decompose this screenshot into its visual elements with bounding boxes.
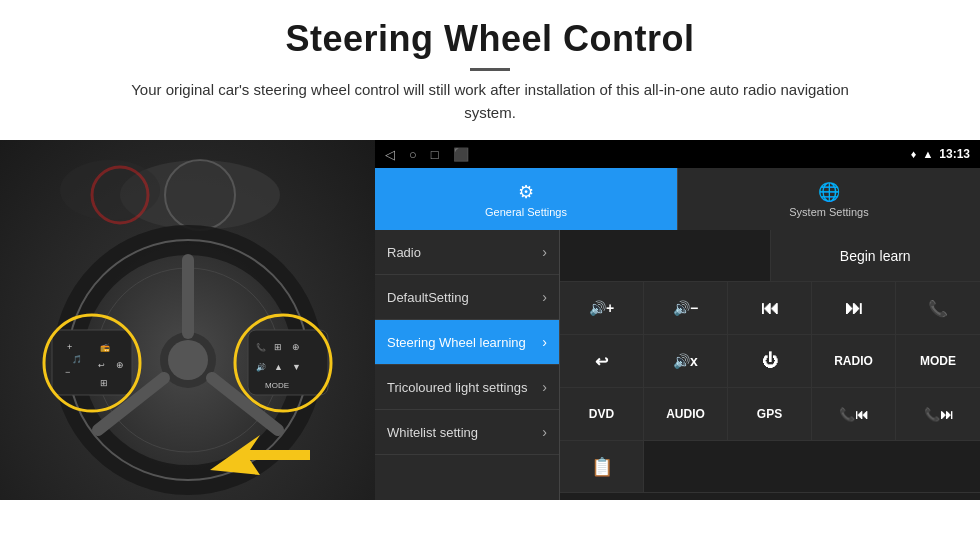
- dvd-button[interactable]: DVD: [560, 388, 644, 440]
- svg-text:🎵: 🎵: [72, 354, 82, 364]
- header-divider: [470, 68, 510, 71]
- menu-tricoloured-label: Tricoloured light settings: [387, 380, 527, 395]
- status-right: ♦ ▲ 13:13: [911, 147, 970, 161]
- menu-radio[interactable]: Radio ›: [375, 230, 559, 275]
- radio-label: RADIO: [834, 354, 873, 368]
- menu-defaultsetting[interactable]: DefaultSetting ›: [375, 275, 559, 320]
- tab-general-label: General Settings: [485, 206, 567, 218]
- home-icon[interactable]: ○: [409, 147, 417, 162]
- steering-wheel-svg: + 🎵 − 📻 ↩ ⊞ ⊕ 📞 ⊞ ⊕ 🔊 ▲ ▼ MODE: [0, 140, 375, 500]
- menu-whitelist-label: Whitelist setting: [387, 425, 478, 440]
- screenshot-icon[interactable]: ⬛: [453, 147, 469, 162]
- svg-text:📞: 📞: [256, 342, 266, 352]
- audio-label: AUDIO: [666, 407, 705, 421]
- mode-label: MODE: [920, 354, 956, 368]
- prev-button[interactable]: ⏮: [728, 282, 812, 334]
- list-button[interactable]: 📋: [560, 441, 644, 492]
- next-icon: ⏭: [845, 298, 863, 319]
- svg-text:MODE: MODE: [265, 381, 289, 390]
- phone-prev-button[interactable]: 📞⏮: [812, 388, 896, 440]
- svg-text:▼: ▼: [292, 362, 301, 372]
- vol-down-button[interactable]: 🔊−: [644, 282, 728, 334]
- chevron-icon: ›: [542, 379, 547, 395]
- control-row-3: DVD AUDIO GPS 📞⏮ 📞⏭: [560, 388, 980, 441]
- dvd-label: DVD: [589, 407, 614, 421]
- vol-down-icon: 🔊−: [673, 300, 698, 316]
- svg-text:⊕: ⊕: [116, 360, 124, 370]
- recents-icon[interactable]: □: [431, 147, 439, 162]
- chevron-icon: ›: [542, 424, 547, 440]
- mute-icon: 🔊x: [673, 353, 698, 369]
- svg-text:−: −: [65, 367, 70, 377]
- svg-text:⊞: ⊞: [274, 342, 282, 352]
- system-settings-icon: 🌐: [818, 181, 840, 203]
- control-row-1: 🔊+ 🔊− ⏮ ⏭ 📞: [560, 282, 980, 335]
- phone-prev-icon: 📞⏮: [839, 407, 868, 422]
- mode-button[interactable]: MODE: [896, 335, 980, 387]
- svg-text:+: +: [67, 342, 72, 352]
- prev-icon: ⏮: [761, 298, 779, 319]
- menu-panel: Radio › DefaultSetting › Steering Wheel …: [375, 230, 560, 500]
- gps-button[interactable]: GPS: [728, 388, 812, 440]
- radio-button[interactable]: RADIO: [812, 335, 896, 387]
- chevron-icon: ›: [542, 289, 547, 305]
- empty-slot: [560, 230, 771, 281]
- menu-whitelist[interactable]: Whitelist setting ›: [375, 410, 559, 455]
- back-icon[interactable]: ◁: [385, 147, 395, 162]
- phone-next-icon: 📞⏭: [924, 407, 953, 422]
- menu-steering-wheel[interactable]: Steering Wheel learning ›: [375, 320, 559, 365]
- content-area: Radio › DefaultSetting › Steering Wheel …: [375, 230, 980, 500]
- list-icon: 📋: [591, 456, 613, 478]
- main-content: + 🎵 − 📻 ↩ ⊞ ⊕ 📞 ⊞ ⊕ 🔊 ▲ ▼ MODE: [0, 140, 980, 500]
- page-header: Steering Wheel Control Your original car…: [0, 0, 980, 136]
- svg-text:⊕: ⊕: [292, 342, 300, 352]
- head-unit: ◁ ○ □ ⬛ ♦ ▲ 13:13 ⚙ General Settings 🌐 S…: [375, 140, 980, 500]
- general-settings-icon: ⚙: [518, 181, 534, 203]
- vol-up-button[interactable]: 🔊+: [560, 282, 644, 334]
- audio-button[interactable]: AUDIO: [644, 388, 728, 440]
- control-row-2: ↩ 🔊x ⏻ RADIO MODE: [560, 335, 980, 388]
- gps-icon: ♦: [911, 148, 917, 160]
- clock: 13:13: [939, 147, 970, 161]
- tab-system-label: System Settings: [789, 206, 868, 218]
- top-control-row: Begin learn: [560, 230, 980, 282]
- tab-system[interactable]: 🌐 System Settings: [677, 168, 980, 230]
- control-panel: Begin learn 🔊+ 🔊− ⏮ ⏭: [560, 230, 980, 500]
- menu-radio-label: Radio: [387, 245, 421, 260]
- menu-steering-wheel-label: Steering Wheel learning: [387, 335, 526, 350]
- svg-text:🔊: 🔊: [256, 362, 266, 372]
- control-row-4: 📋: [560, 441, 980, 493]
- phone-icon: 📞: [928, 299, 948, 318]
- menu-defaultsetting-label: DefaultSetting: [387, 290, 469, 305]
- menu-tricoloured[interactable]: Tricoloured light settings ›: [375, 365, 559, 410]
- phone-next-button[interactable]: 📞⏭: [896, 388, 980, 440]
- hangup-icon: ↩: [595, 352, 608, 371]
- svg-point-8: [168, 340, 208, 380]
- chevron-icon: ›: [542, 244, 547, 260]
- tab-bar: ⚙ General Settings 🌐 System Settings: [375, 168, 980, 230]
- svg-text:↩: ↩: [98, 361, 105, 370]
- hangup-button[interactable]: ↩: [560, 335, 644, 387]
- mute-button[interactable]: 🔊x: [644, 335, 728, 387]
- vol-up-icon: 🔊+: [589, 300, 614, 316]
- power-icon: ⏻: [762, 352, 778, 370]
- signal-icon: ▲: [922, 148, 933, 160]
- begin-learn-button[interactable]: Begin learn: [771, 230, 981, 281]
- tab-general[interactable]: ⚙ General Settings: [375, 168, 677, 230]
- svg-text:▲: ▲: [274, 362, 283, 372]
- gps-label: GPS: [757, 407, 782, 421]
- header-subtitle: Your original car's steering wheel contr…: [110, 79, 870, 124]
- svg-text:📻: 📻: [100, 342, 110, 352]
- car-image-panel: + 🎵 − 📻 ↩ ⊞ ⊕ 📞 ⊞ ⊕ 🔊 ▲ ▼ MODE: [0, 140, 375, 500]
- page-title: Steering Wheel Control: [60, 18, 920, 60]
- chevron-icon: ›: [542, 334, 547, 350]
- next-button[interactable]: ⏭: [812, 282, 896, 334]
- phone-button[interactable]: 📞: [896, 282, 980, 334]
- power-button[interactable]: ⏻: [728, 335, 812, 387]
- status-bar: ◁ ○ □ ⬛ ♦ ▲ 13:13: [375, 140, 980, 168]
- svg-text:⊞: ⊞: [100, 378, 108, 388]
- nav-icons: ◁ ○ □ ⬛: [385, 147, 469, 162]
